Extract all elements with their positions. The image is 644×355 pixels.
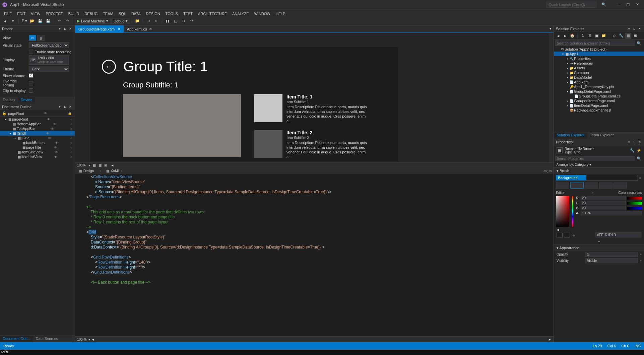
close-tab-icon[interactable]: ✕ [118,27,120,31]
close-icon[interactable]: ✕ [637,26,642,31]
menu-design[interactable]: DESIGN [143,11,163,17]
preview-icon[interactable]: ◇ [611,33,617,39]
a-input[interactable] [581,211,642,215]
dropdown-icon[interactable]: ▾ [57,26,62,31]
hex-input[interactable] [595,232,641,237]
properties-search-input[interactable] [555,156,635,161]
tool-icon[interactable]: 📁 [134,17,141,25]
menu-tools[interactable]: TOOLS [163,11,181,17]
tab-toolbox[interactable]: Toolbox [0,97,18,103]
r-input[interactable] [581,196,626,200]
alpha-slider[interactable]: ◄ [556,228,642,230]
outline-item[interactable]: ▦itemGridView👁○ [0,150,75,154]
solution-item[interactable]: ▸📁Common [554,70,644,75]
brush-resource-tab[interactable] [614,183,627,189]
dropdown-icon[interactable]: ▾ [627,140,631,144]
g-slider[interactable] [627,202,642,205]
quick-launch-input[interactable] [546,2,596,8]
override-scaling-checkbox[interactable] [29,81,33,85]
circle-icon[interactable]: ○ [69,146,73,149]
g-input[interactable] [581,201,626,205]
solution-item[interactable]: ▸📁Assets [554,66,644,70]
opacity-input[interactable]: 1 [585,252,638,257]
category-brush[interactable]: ▾ Brush [554,167,644,174]
xaml-code-editor[interactable]: <CollectionViewSource x:Name="itemsViewS… [75,174,554,336]
nav-back-icon[interactable]: ◄ [1,17,9,25]
popup-icon[interactable]: ▫ [121,169,122,173]
pause-icon[interactable]: ▮▮ [164,17,171,25]
doc-tab[interactable]: App.xaml.cs✕ [124,25,155,32]
undo-icon[interactable]: ↶ [56,17,63,25]
tab-device[interactable]: Device [18,97,35,103]
outline-item[interactable]: ▸▦pageRoot👁○ [0,117,75,122]
menu-analyze[interactable]: ANALYZE [230,11,251,17]
wrench-icon[interactable]: 🔧 [630,148,635,153]
outline-item[interactable]: ▦pageTitle👁○ [0,145,75,150]
nav-fwd-icon[interactable]: ▾ [9,17,17,25]
close-icon[interactable]: ✕ [68,26,73,31]
minimize-button[interactable]: — [614,1,623,8]
maximize-button[interactable]: ▢ [623,1,633,8]
dropdown-icon[interactable]: ▾ [57,104,62,109]
solution-item[interactable]: 📄GroupDetailPage.xaml.cs [554,94,644,98]
brush-solid-tab[interactable] [570,183,584,189]
marker-icon[interactable]: ▫ [640,259,641,263]
tab-data-sources[interactable]: Data Sources [33,336,61,342]
close-tab-icon[interactable]: ✕ [149,27,152,31]
solution-search-input[interactable] [555,41,635,46]
pin-icon[interactable]: ⊔ [63,104,67,109]
solution-item[interactable]: ▸📁DataModel [554,75,644,80]
run-button[interactable]: ▶ Local Machine ▾ [75,18,111,24]
r-slider[interactable] [627,197,642,200]
solution-item[interactable]: ▾📄GroupDetailPage.xaml [554,89,644,94]
dropdown-icon[interactable]: ▾ [627,26,631,31]
close-icon[interactable]: ✕ [68,104,73,109]
stop-icon[interactable]: ▢ [172,17,179,25]
solution-item[interactable]: ⧉Solution 'App1' (1 project) [554,47,644,52]
scope-icon[interactable]: ▣ [594,33,600,39]
marker-icon[interactable]: ▫ [592,191,593,195]
outline-item[interactable]: ▾▦[Grid]👁○ [0,136,75,140]
back-icon[interactable]: ◄ [555,33,561,39]
show-all-icon[interactable]: 📁 [601,33,607,39]
solution-item[interactable]: ▸📄GroupedItemsPage.xaml [554,98,644,103]
visual-state-select[interactable]: FullScreenLandscape [29,42,69,48]
outline-item[interactable]: ▦backButton👁○ [0,140,75,145]
menu-project[interactable]: PROJECT [43,11,65,17]
menu-debug[interactable]: DEBUG [82,11,100,17]
eye-icon[interactable]: 👁 [54,141,60,145]
designer-canvas[interactable]: ← Group Title: 1 Group Subtitle: 1 Item … [75,33,549,162]
step-over-icon[interactable]: ↷ [188,17,195,25]
props-icon[interactable]: 🔧 [618,33,624,39]
brush-swatch[interactable] [586,175,638,181]
step-icon[interactable]: ⇥ [145,17,152,25]
expand-icon[interactable]: ⌄ [556,239,642,243]
circle-icon[interactable]: ○ [69,150,73,154]
scrollbar[interactable] [549,33,554,162]
eye-icon[interactable]: 👁 [53,146,58,149]
menu-build[interactable]: BUILD [66,11,82,17]
home-icon[interactable]: 🏠 [569,33,575,39]
close-icon[interactable]: ✕ [637,140,642,144]
circle-icon[interactable]: ○ [69,127,73,131]
pin-icon[interactable]: ⊔ [632,26,637,31]
eyedropper-icon[interactable]: ⟐ [573,233,575,237]
grid-icon[interactable]: ▦ [93,163,96,167]
category-appearance[interactable]: ▾ Appearance [554,244,644,251]
outline-item[interactable]: ▦TopAppBar👁○ [0,126,75,131]
brush-none-tab[interactable] [556,183,569,189]
outline-item[interactable]: ▾▦[Grid]👁○ [0,131,75,136]
tab-design[interactable]: ▦ Design [77,169,96,173]
tab-overflow-icon[interactable]: ▾ [550,26,552,30]
fwd-icon[interactable]: ► [562,33,568,39]
circle-icon[interactable]: ○ [69,136,73,140]
arrange-by[interactable]: Arrange by: Category ▾ [554,162,644,167]
open-icon[interactable]: 📂 [28,17,36,25]
eye-icon[interactable]: 👁 [52,122,58,126]
new-project-icon[interactable]: 🗋▾ [20,17,28,25]
search-icon[interactable]: 🔍 [599,1,608,8]
menu-edit[interactable]: EDIT [14,11,28,17]
eye-icon[interactable]: 👁 [50,127,55,131]
swap-icon[interactable]: ↕ [99,169,101,173]
brush-tile-tab[interactable] [599,183,613,189]
